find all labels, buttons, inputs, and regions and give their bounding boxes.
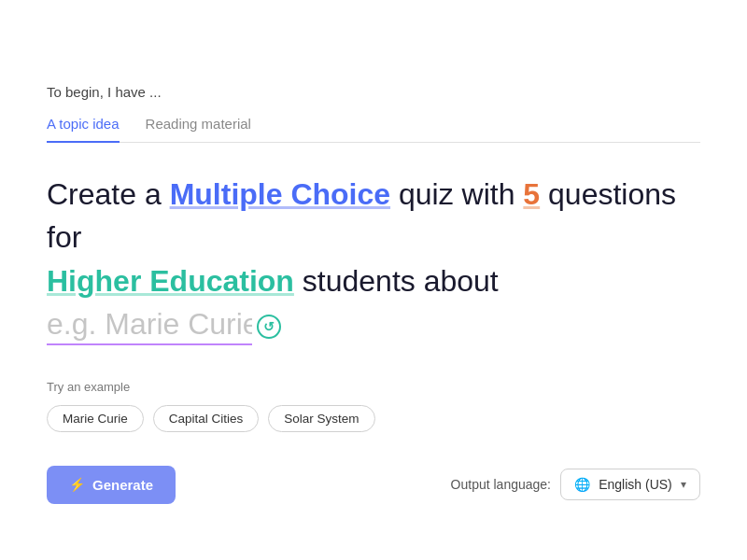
output-language-label: Output language: bbox=[451, 477, 551, 492]
sentence-part4: students about bbox=[294, 264, 499, 298]
globe-icon: 🌐 bbox=[574, 477, 590, 492]
intro-text: To begin, I have ... bbox=[47, 84, 700, 100]
try-example-section: Try an example Marie Curie Capital Citie… bbox=[47, 380, 700, 432]
topic-input-wrapper: ↺ bbox=[47, 307, 282, 345]
topic-input[interactable] bbox=[47, 307, 252, 345]
chip-capital-cities[interactable]: Capital Cities bbox=[153, 405, 260, 432]
try-example-label: Try an example bbox=[47, 380, 700, 394]
generate-button-label: Generate bbox=[92, 477, 153, 493]
quiz-type-selector[interactable]: Multiple Choice bbox=[170, 177, 390, 211]
refresh-icon: ↺ bbox=[257, 315, 281, 339]
question-count-selector[interactable]: 5 bbox=[523, 177, 540, 211]
chevron-down-icon: ▾ bbox=[681, 478, 686, 491]
generate-button[interactable]: ⚡ Generate bbox=[47, 466, 176, 504]
sentence-builder: Create a Multiple Choice quiz with 5 que… bbox=[47, 173, 700, 346]
tabs-row: A topic idea Reading material bbox=[47, 115, 700, 143]
sentence-part1: Create a bbox=[47, 177, 170, 211]
sentence-part2: quiz with bbox=[390, 177, 523, 211]
education-level-selector[interactable]: Higher Education bbox=[47, 264, 294, 298]
lightning-icon: ⚡ bbox=[69, 477, 85, 492]
tab-topic-idea[interactable]: A topic idea bbox=[47, 116, 120, 143]
main-container: To begin, I have ... A topic idea Readin… bbox=[47, 0, 700, 504]
output-language-section: Output language: 🌐 English (US) ▾ bbox=[451, 469, 700, 500]
example-chips: Marie Curie Capital Cities Solar System bbox=[47, 405, 700, 432]
bottom-row: ⚡ Generate Output language: 🌐 English (U… bbox=[47, 466, 700, 504]
tab-reading-material[interactable]: Reading material bbox=[146, 116, 251, 143]
selected-language: English (US) bbox=[599, 477, 672, 492]
chip-solar-system[interactable]: Solar System bbox=[268, 405, 374, 432]
language-selector[interactable]: 🌐 English (US) ▾ bbox=[560, 469, 700, 500]
refresh-button[interactable]: ↺ bbox=[256, 314, 282, 340]
chip-marie-curie[interactable]: Marie Curie bbox=[47, 405, 144, 432]
